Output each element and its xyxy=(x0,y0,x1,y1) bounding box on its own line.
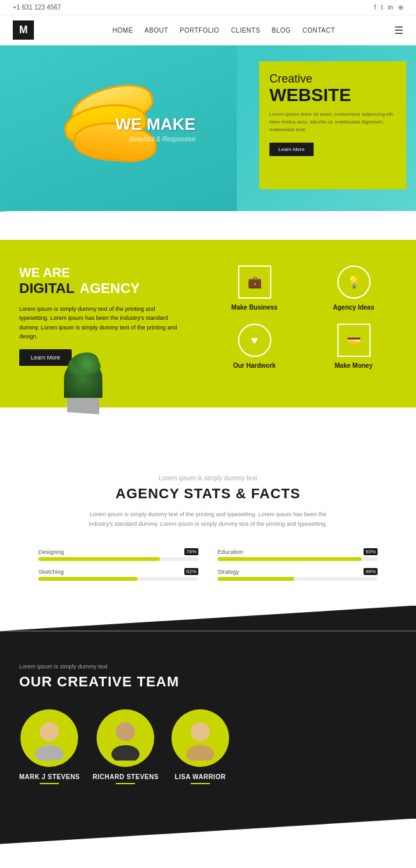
svg-point-5 xyxy=(118,723,132,737)
stat-education-fill xyxy=(218,557,362,561)
svg-point-8 xyxy=(193,723,207,737)
twitter-icon[interactable]: t xyxy=(381,4,383,11)
member-3-divider xyxy=(191,783,210,784)
facebook-icon[interactable]: f xyxy=(374,4,376,11)
stats-bars: Designing 76% Education 90% Sketching 62… xyxy=(38,549,378,581)
stat-strategy-pct: 48% xyxy=(364,568,378,575)
hero-subtitle: Beautiful & Responsive xyxy=(115,136,196,143)
hero-card: Creative WEBSITE Lorem ipsum dolor sit a… xyxy=(259,61,406,189)
member-1-name: MARK J STEVENS xyxy=(19,773,80,780)
heart-icon: ♥ xyxy=(238,324,271,357)
team-member-1: MARK J STEVENS xyxy=(19,709,80,787)
member-1-avatar xyxy=(20,709,78,767)
stat-strategy-track: 48% xyxy=(218,577,378,581)
member-2-name: RICHARD STEVENS xyxy=(93,773,159,780)
navbar: M HOME ABOUT PORTFOLIO CLIENTS BLOG CONT… xyxy=(0,15,416,45)
member-3-avatar xyxy=(172,709,229,767)
nav-portfolio[interactable]: PORTFOLIO xyxy=(180,27,220,34)
feature-money-label: Make Money xyxy=(335,362,372,369)
team-member-2: RICHARD STEVENS xyxy=(93,709,159,787)
nav-clients[interactable]: CLIENTS xyxy=(231,27,260,34)
feature-business-label: Make Business xyxy=(231,304,277,311)
team-members: MARK J STEVENS RICHARD STEVENS LISA WARR… xyxy=(19,709,397,787)
stats-subtitle: Lorem ipsum is simply dummy text xyxy=(38,475,378,482)
svg-point-4 xyxy=(111,745,140,761)
linkedin-icon[interactable]: in xyxy=(388,4,393,11)
social-links: f t in ⊕ xyxy=(374,4,403,11)
agency-section: WE ARE DIGITAL AGENCY Lorem ipsum is sim… xyxy=(0,240,416,407)
stat-sketching-fill xyxy=(38,577,138,581)
hero-text-left: WE MAKE Beautiful & Responsive xyxy=(115,114,196,143)
stat-education-track: 90% xyxy=(218,557,378,561)
feature-hardwork: ♥ Our Hardwork xyxy=(211,324,298,369)
hero-section: WE MAKE Beautiful & Responsive Creative … xyxy=(0,45,416,212)
member-2-divider xyxy=(116,783,135,784)
stat-sketching-pct: 62% xyxy=(184,568,198,575)
hero-card-desc: Lorem ipsum dolor sit amet, consectetur … xyxy=(269,111,396,134)
phone-number: +1 631 123 4567 xyxy=(13,4,61,11)
member-2-avatar xyxy=(97,709,154,767)
svg-point-2 xyxy=(42,723,56,737)
diagonal-divider-bottom xyxy=(0,407,416,436)
feature-ideas-label: Agency Ideas xyxy=(333,304,374,311)
we-are-text: WE ARE xyxy=(19,265,186,280)
feature-ideas: 💡 Agency Ideas xyxy=(310,265,397,311)
stat-education-label: Education xyxy=(218,549,378,555)
stat-sketching-track: 62% xyxy=(38,577,198,581)
top-bar: +1 631 123 4567 f t in ⊕ xyxy=(0,0,416,15)
stats-desc: Lorem ipsum is simply dummy text of the … xyxy=(86,510,330,530)
stat-designing-fill xyxy=(38,557,160,561)
team-diagonal-top xyxy=(0,606,416,631)
feature-hardwork-label: Our Hardwork xyxy=(233,362,276,369)
hero-we-make: WE MAKE xyxy=(115,114,196,134)
stat-sketching: Sketching 62% xyxy=(38,569,198,581)
portfolio-section: OUR AMAZING PORTFOLIO All WEB DESIGN LOG… xyxy=(0,844,416,868)
stat-designing: Designing 76% xyxy=(38,549,198,561)
briefcase-icon: 💼 xyxy=(238,265,271,299)
agency-features: 💼 Make Business 💡 Agency Ideas ♥ Our Har… xyxy=(211,265,397,369)
hamburger-icon[interactable]: ☰ xyxy=(394,24,403,36)
feature-money: 💳 Make Money xyxy=(310,324,397,369)
team-diagonal-bottom xyxy=(0,819,416,844)
stat-education-pct: 90% xyxy=(364,548,378,555)
team-member-3: LISA WARRIOR xyxy=(172,709,229,787)
agency-text: AGENCY xyxy=(79,280,140,297)
diagonal-divider-top xyxy=(0,211,416,240)
stats-title: AGENCY STATS & FACTS xyxy=(38,485,378,502)
agency-desc: Lorem ipsum is simply dummy text of the … xyxy=(19,304,186,342)
digital-text: DIGITAL xyxy=(19,280,74,297)
hero-image-area: WE MAKE Beautiful & Responsive xyxy=(0,45,237,212)
stats-section: Lorem ipsum is simply dummy text AGENCY … xyxy=(0,436,416,606)
nav-blog[interactable]: BLOG xyxy=(272,27,291,34)
team-wrapper: Lorem ipsum is simply dummy text OUR CRE… xyxy=(0,606,416,844)
stat-education: Education 90% xyxy=(218,549,378,561)
team-section: Lorem ipsum is simply dummy text OUR CRE… xyxy=(0,631,416,819)
stat-designing-label: Designing xyxy=(38,549,198,555)
agency-inner: WE ARE DIGITAL AGENCY Lorem ipsum is sim… xyxy=(19,265,397,369)
hero-learn-more-button[interactable]: Learn More xyxy=(269,143,314,156)
stat-strategy-fill xyxy=(218,577,294,581)
wallet-icon: 💳 xyxy=(337,324,371,357)
stat-designing-pct: 76% xyxy=(184,548,198,555)
nav-about[interactable]: ABOUT xyxy=(145,27,168,34)
nav-links: HOME ABOUT PORTFOLIO CLIENTS BLOG CONTAC… xyxy=(53,27,394,34)
stat-strategy-label: Strategy xyxy=(218,569,378,575)
agency-left: WE ARE DIGITAL AGENCY Lorem ipsum is sim… xyxy=(19,265,198,369)
bulb-icon: 💡 xyxy=(337,265,371,299)
feature-business: 💼 Make Business xyxy=(211,265,298,311)
hero-card-heading: Creative WEBSITE xyxy=(269,73,396,106)
svg-point-1 xyxy=(35,745,63,761)
stat-sketching-label: Sketching xyxy=(38,569,198,575)
nav-contact[interactable]: CONTACT xyxy=(302,27,335,34)
team-title: OUR CREATIVE TEAM xyxy=(19,674,397,690)
stat-designing-track: 76% xyxy=(38,557,198,561)
member-1-divider xyxy=(40,783,59,784)
member-3-name: LISA WARRIOR xyxy=(175,773,226,780)
nav-home[interactable]: HOME xyxy=(113,27,133,34)
stat-strategy: Strategy 48% xyxy=(218,569,378,581)
logo[interactable]: M xyxy=(13,20,34,40)
svg-point-7 xyxy=(186,745,214,761)
social-icon-4[interactable]: ⊕ xyxy=(398,4,403,11)
team-subtitle: Lorem ipsum is simply dummy text xyxy=(19,663,397,670)
